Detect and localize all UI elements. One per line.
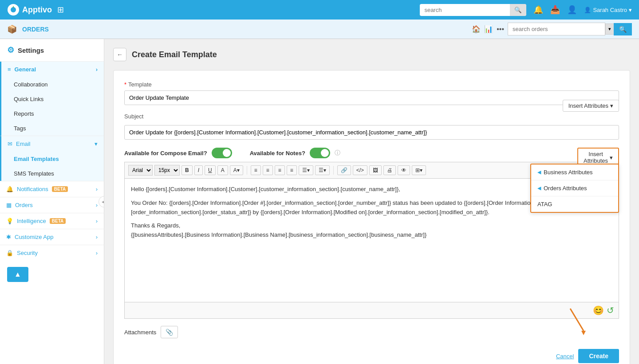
orders-search-btn[interactable]: 🔍 <box>614 23 632 35</box>
nav-icons: 🔔 📥 👤 <box>533 5 577 15</box>
logo: Apptivo <box>7 4 52 16</box>
underline-btn[interactable]: U <box>205 165 216 175</box>
list-btn[interactable]: ☰▾ <box>299 165 313 175</box>
general-section-header[interactable]: ≡ General › <box>1 62 104 77</box>
compose-toggle-label: Available for Compose Email? <box>124 150 207 157</box>
security-label: Security <box>17 250 38 256</box>
insert-attr-subject-caret: ▾ <box>610 102 613 109</box>
table-btn[interactable]: ⊞▾ <box>412 165 426 175</box>
insert-attr-subject-label: Insert Attributes <box>568 102 608 109</box>
customize-label: Customize App <box>15 234 53 240</box>
italic-btn[interactable]: I <box>194 165 203 175</box>
logo-icon <box>7 4 20 16</box>
atag-label: ATAG <box>537 201 552 207</box>
template-required: * <box>124 81 126 88</box>
subject-label: Subject <box>124 113 143 120</box>
inbox-icon[interactable]: 📥 <box>550 5 560 15</box>
grid-icon[interactable]: ⊞ <box>57 5 64 15</box>
global-search: 🔍 <box>420 4 526 16</box>
logo-text: Apptivo <box>22 5 52 15</box>
dropdown-orders-attrs[interactable]: ◀ Orders Attributes <box>531 180 618 196</box>
sidebar-item-email-templates[interactable]: Email Templates <box>1 152 104 166</box>
align-right-btn[interactable]: ≡ <box>275 165 285 175</box>
search-input[interactable] <box>420 4 510 16</box>
orders-search-input[interactable] <box>508 23 605 35</box>
chart-icon-btn[interactable]: 📊 <box>484 25 493 33</box>
orders-bar: 📦 ORDERS 🏠 📊 ••• ▾ 🔍 <box>0 20 639 39</box>
orders-title: ORDERS <box>22 26 49 33</box>
search-button[interactable]: 🔍 <box>510 4 526 16</box>
business-attrs-label: Business Attributes <box>544 169 593 176</box>
main-layout: ⚙ Settings ≡ General › Collaboration Qui… <box>0 39 639 364</box>
user-icon[interactable]: 👤 <box>567 5 577 15</box>
sidebar-item-quick-links[interactable]: Quick Links <box>1 92 104 106</box>
sidebar-item-sms-templates[interactable]: SMS Templates <box>1 166 104 181</box>
general-section: ≡ General › Collaboration Quick Links Re… <box>0 62 104 136</box>
sidebar-item-reports[interactable]: Reports <box>1 106 104 121</box>
orders-nav-icon: ▦ <box>6 202 12 208</box>
sidebar-item-tags[interactable]: Tags <box>1 121 104 136</box>
customize-icon: ✱ <box>6 234 11 240</box>
notifications-chevron: › <box>96 186 98 192</box>
intelligence-badge: BETA <box>50 218 66 224</box>
notes-toggle[interactable] <box>310 148 330 158</box>
dropdown-atag[interactable]: ATAG <box>531 196 618 212</box>
customize-nav-item[interactable]: ✱ Customize App › <box>0 229 104 245</box>
sidebar-item-collaboration[interactable]: Collaboration <box>1 77 104 92</box>
back-btn[interactable]: ← <box>113 48 126 61</box>
form-actions: Cancel Create <box>124 349 619 363</box>
bold-btn[interactable]: B <box>181 165 193 175</box>
attach-file-btn[interactable]: 📎 <box>161 326 178 338</box>
font-size-select[interactable]: 15px <box>154 165 180 176</box>
email-section-header[interactable]: ✉ Email ▾ <box>0 136 104 152</box>
print-btn[interactable]: 🖨 <box>383 165 396 175</box>
font-family-select[interactable]: Arial <box>128 165 153 176</box>
bell-icon[interactable]: 🔔 <box>533 5 543 15</box>
align-left-btn[interactable]: ≡ <box>251 165 261 175</box>
orders-search-dropdown[interactable]: ▾ <box>605 23 614 35</box>
orders-box-icon: 📦 <box>7 24 17 34</box>
orders-attrs-label: Orders Attributes <box>544 185 587 192</box>
format-btn[interactable]: ↺ <box>607 305 614 316</box>
preview-btn[interactable]: 👁 <box>398 165 410 175</box>
general-chevron: › <box>96 66 98 73</box>
image-btn[interactable]: 🖼 <box>369 165 382 175</box>
security-chevron: › <box>96 250 98 256</box>
business-arrow-icon: ◀ <box>537 169 541 175</box>
security-nav-item[interactable]: 🔒 Security › <box>0 245 104 261</box>
user-caret: ▾ <box>629 7 632 13</box>
page-header: ← Create Email Template <box>113 48 630 61</box>
emoji-btn[interactable]: 😊 <box>593 305 604 316</box>
attachments-label: Attachments <box>124 329 156 336</box>
home-icon-btn[interactable]: 🏠 <box>472 25 481 33</box>
align-center-btn[interactable]: ≡ <box>263 165 273 175</box>
orders-nav-label: Orders <box>15 202 33 208</box>
justify-btn[interactable]: ≡ <box>287 165 297 175</box>
bg-color-btn[interactable]: A▾ <box>230 165 243 175</box>
link-btn[interactable]: 🔗 <box>337 165 351 175</box>
intelligence-nav-item[interactable]: 💡 Intelligence BETA › <box>0 213 104 229</box>
code-btn[interactable]: </> <box>353 165 367 175</box>
user-menu[interactable]: 👤 Sarah Castro ▾ <box>584 7 632 13</box>
notes-info-icon[interactable]: ⓘ <box>335 149 340 157</box>
more-icon-btn[interactable]: ••• <box>497 25 504 33</box>
user-avatar: 👤 <box>584 7 591 13</box>
subject-input[interactable] <box>124 125 619 140</box>
editor-footer: 😊 ↺ <box>124 302 619 319</box>
top-nav: Apptivo ⊞ 🔍 🔔 📥 👤 👤 Sarah Castro ▾ <box>0 0 639 20</box>
email-icon: ✉ <box>8 141 12 147</box>
intelligence-chevron: › <box>96 218 98 224</box>
template-input[interactable] <box>124 90 619 105</box>
template-label: * Template <box>124 81 619 88</box>
notifications-nav-item[interactable]: 🔔 Notifications BETA › <box>0 181 104 197</box>
scroll-top-btn[interactable]: ▲ <box>7 267 28 282</box>
orders-nav-item[interactable]: ▦ Orders › <box>0 197 104 213</box>
dropdown-business-attrs[interactable]: ◀ Business Attributes <box>531 164 618 180</box>
ordered-list-btn[interactable]: ☰▾ <box>315 165 330 175</box>
create-btn[interactable]: Create <box>578 349 619 363</box>
insert-attributes-subject-btn[interactable]: Insert Attributes ▾ <box>563 100 619 112</box>
notifications-label: Notifications <box>17 186 48 192</box>
compose-toggle[interactable] <box>212 148 232 158</box>
font-color-btn[interactable]: A <box>217 165 228 175</box>
cancel-btn[interactable]: Cancel <box>556 353 574 360</box>
